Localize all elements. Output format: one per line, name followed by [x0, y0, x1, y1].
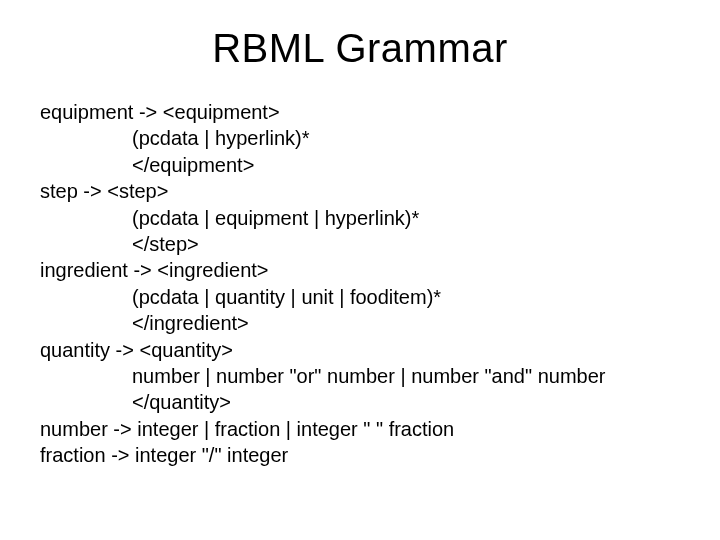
- rule-step-close: </step>: [40, 231, 680, 257]
- rule-quantity-head: quantity -> <quantity>: [40, 337, 680, 363]
- rule-equipment-head: equipment -> <equipment>: [40, 99, 680, 125]
- rule-step-body: (pcdata | equipment | hyperlink)*: [40, 205, 680, 231]
- rule-equipment-body: (pcdata | hyperlink)*: [40, 125, 680, 151]
- rule-equipment-close: </equipment>: [40, 152, 680, 178]
- rule-ingredient-body: (pcdata | quantity | unit | fooditem)*: [40, 284, 680, 310]
- rule-step-head: step -> <step>: [40, 178, 680, 204]
- rule-quantity-body: number | number "or" number | number "an…: [40, 363, 680, 389]
- grammar-block: equipment -> <equipment> (pcdata | hyper…: [40, 99, 680, 468]
- page-title: RBML Grammar: [40, 26, 680, 71]
- rule-fraction-head: fraction -> integer "/" integer: [40, 442, 680, 468]
- slide: RBML Grammar equipment -> <equipment> (p…: [0, 0, 720, 540]
- rule-quantity-close: </quantity>: [40, 389, 680, 415]
- rule-number-head: number -> integer | fraction | integer "…: [40, 416, 680, 442]
- rule-ingredient-close: </ingredient>: [40, 310, 680, 336]
- rule-ingredient-head: ingredient -> <ingredient>: [40, 257, 680, 283]
